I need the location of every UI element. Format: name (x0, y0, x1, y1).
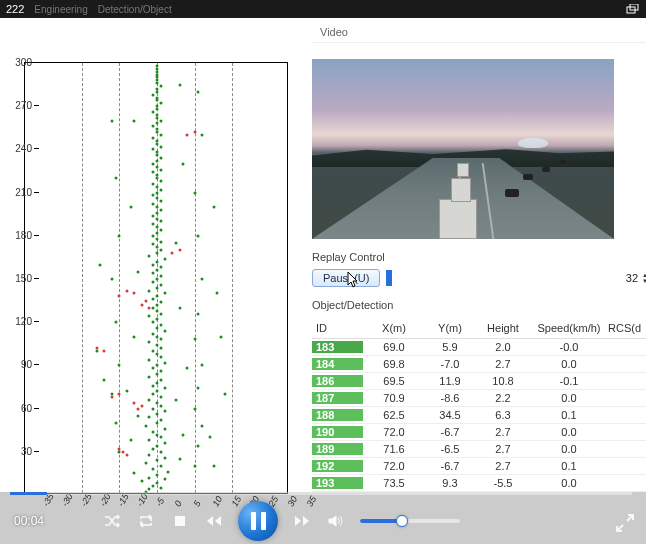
scatter-point (159, 378, 162, 381)
scatter-point (156, 433, 159, 436)
scatter-point (110, 119, 113, 122)
scatter-point (103, 350, 106, 353)
scatter-point (95, 347, 98, 350)
restore-icon[interactable] (626, 4, 640, 14)
scatter-point (152, 203, 155, 206)
cell-height: 2.0 (476, 341, 530, 353)
scatter-point (197, 312, 200, 315)
tab-video[interactable]: Video (312, 22, 356, 42)
right-pane: Video Replay Control Pause(U (312, 18, 646, 492)
scatter-point (178, 458, 181, 461)
table-row[interactable]: 18469.8-7.02.70.0 (312, 356, 646, 373)
scatter-point (156, 217, 159, 220)
speed-spinner[interactable]: 32 ▲ ▼ (626, 272, 646, 284)
shuffle-icon[interactable] (102, 511, 122, 531)
scatter-point (148, 306, 151, 309)
scatter-point (159, 275, 162, 278)
volume-slider[interactable] (360, 519, 460, 523)
scatter-point (152, 393, 155, 396)
cell-id: 189 (312, 443, 364, 455)
scatter-point (159, 419, 162, 422)
table-row[interactable]: 18369.05.92.0-0.0 (312, 339, 646, 356)
cell-id: 190 (312, 426, 364, 438)
scatter-point (197, 445, 200, 448)
scatter-point (129, 206, 132, 209)
volume-icon[interactable] (326, 511, 346, 531)
table-row[interactable]: 18669.511.910.8-0.1 (312, 373, 646, 390)
scatter-point (152, 306, 155, 309)
scatter-point (159, 240, 162, 243)
scatter-point (125, 390, 128, 393)
repeat-icon[interactable] (136, 511, 156, 531)
table-row[interactable]: 19072.0-6.72.70.0 (312, 424, 646, 441)
scatter-point (156, 159, 159, 162)
col-y[interactable]: Y(m) (424, 322, 476, 334)
media-player-overlay: 00:04 (0, 492, 646, 544)
scatter-point (156, 128, 159, 131)
scatter-point (137, 270, 140, 273)
scatter-plot (24, 62, 288, 494)
cell-height: 2.2 (476, 392, 530, 404)
scatter-point (156, 177, 159, 180)
scatter-point (156, 165, 159, 168)
scatter-point (156, 473, 159, 476)
replay-label: Replay Control (312, 251, 646, 263)
video-thumbnail[interactable] (312, 59, 614, 239)
scatter-point (174, 242, 177, 245)
play-pause-button[interactable] (238, 501, 278, 541)
scatter-point (159, 324, 162, 327)
scatter-point (156, 252, 159, 255)
cell-y: -6.5 (424, 443, 476, 455)
scatter-point (152, 162, 155, 165)
app-window: 222 Engineering Detection/Object 3060901… (0, 0, 646, 544)
scatter-point (159, 312, 162, 315)
col-id[interactable]: ID (312, 322, 364, 334)
table-row[interactable]: 19373.59.3-5.50.0 (312, 475, 646, 492)
scatter-point (216, 292, 219, 295)
scatter-point (163, 257, 166, 260)
scatter-point (197, 234, 200, 237)
scatter-point (156, 226, 159, 229)
time-elapsed: 00:04 (14, 514, 44, 528)
scatter-point (159, 119, 162, 122)
table-row[interactable]: 19272.0-6.72.70.1 (312, 458, 646, 475)
cell-id: 192 (312, 460, 364, 472)
volume-thumb[interactable] (396, 515, 408, 527)
scatter-point (148, 416, 151, 419)
fullscreen-icon[interactable] (614, 512, 636, 534)
scatter-point (156, 206, 159, 209)
scatter-point (156, 76, 159, 79)
col-rcs[interactable]: RCS(d (608, 322, 646, 334)
progress-track[interactable] (10, 492, 632, 495)
scatter-point (156, 352, 159, 355)
table-row[interactable]: 18770.9-8.62.20.0 (312, 390, 646, 407)
stop-icon[interactable] (170, 511, 190, 531)
scatter-point (152, 468, 155, 471)
col-x[interactable]: X(m) (364, 322, 424, 334)
pause-button[interactable]: Pause(U) (312, 269, 380, 287)
detection-table: ID X(m) Y(m) Height Speed(km/h) RCS(d 18… (312, 317, 646, 492)
scatter-point (159, 355, 162, 358)
scatter-point (152, 136, 155, 139)
scatter-point (156, 70, 159, 73)
prev-icon[interactable] (204, 511, 224, 531)
replay-progress-marker (386, 270, 392, 286)
scatter-point (99, 263, 102, 266)
speed-down-icon[interactable]: ▼ (642, 278, 646, 284)
scatter-point (193, 338, 196, 341)
scatter-point (140, 404, 143, 407)
col-height[interactable]: Height (476, 322, 530, 334)
scatter-point (156, 373, 159, 376)
scatter-point (193, 131, 196, 134)
scatter-point (156, 237, 159, 240)
table-row[interactable]: 18971.6-6.52.70.0 (312, 441, 646, 458)
scatter-point (220, 335, 223, 338)
scatter-point (159, 283, 162, 286)
next-icon[interactable] (292, 511, 312, 531)
scatter-point (156, 413, 159, 416)
table-row[interactable]: 18862.534.56.30.1 (312, 407, 646, 424)
scatter-point (133, 119, 136, 122)
y-tick-label: 300 (10, 57, 32, 68)
scatter-point (118, 447, 121, 450)
col-speed[interactable]: Speed(km/h) (530, 322, 608, 334)
